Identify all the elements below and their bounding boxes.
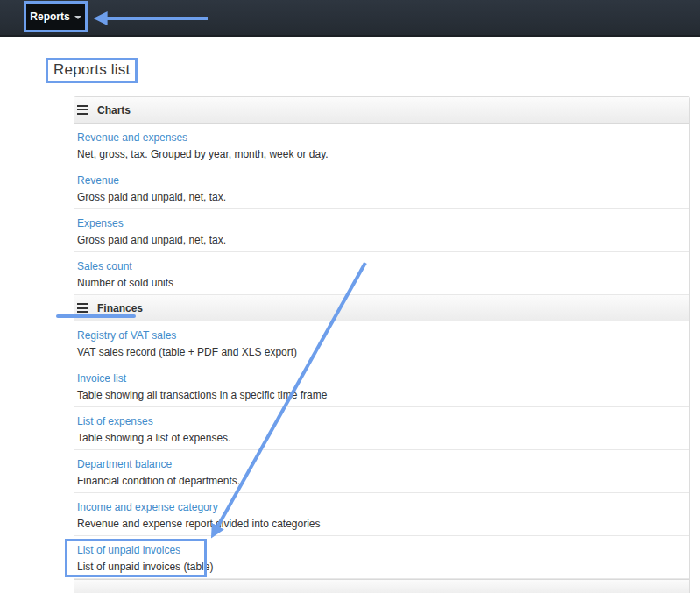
report-description: Financial condition of departments.: [77, 473, 687, 490]
chevron-down-icon: [74, 16, 81, 19]
report-link[interactable]: Revenue: [77, 173, 119, 189]
report-list-item: Invoice list Table showing all transacti…: [74, 364, 689, 407]
report-link[interactable]: Sales count: [77, 258, 132, 275]
report-link[interactable]: Invoice list: [77, 371, 126, 387]
report-list-item: Income and expense category Revenue and …: [74, 493, 689, 536]
top-navbar: Reports: [0, 0, 700, 37]
report-description: Number of sold units: [77, 275, 687, 292]
report-link[interactable]: Department balance: [77, 456, 172, 473]
report-list-item: Revenue Gross paid and unpaid, net, tax.: [74, 166, 689, 209]
page-title: Reports list: [53, 61, 130, 79]
hamburger-icon: [77, 105, 88, 115]
report-description: VAT sales record (table + PDF and XLS ex…: [77, 344, 687, 361]
report-link[interactable]: List of expenses: [77, 413, 153, 430]
report-description: Table showing a list of expenses.: [77, 430, 687, 447]
reports-list-panel: Charts Revenue and expenses Net, gross, …: [74, 96, 690, 593]
hamburger-icon: [77, 303, 88, 313]
report-list-item: Sales count Number of sold units: [74, 252, 689, 295]
section-header-charts[interactable]: Charts: [74, 97, 689, 124]
report-list-item: Registry of VAT sales VAT sales record (…: [74, 321, 689, 364]
report-description: Revenue and expense report divided into …: [77, 516, 687, 533]
report-link[interactable]: Expenses: [77, 215, 124, 232]
section-header-finances[interactable]: Finances: [74, 295, 689, 321]
report-description: Net, gross, tax. Grouped by year, month,…: [77, 146, 687, 163]
reports-menu-button[interactable]: Reports: [24, 1, 88, 32]
section-header-label: Charts: [97, 104, 131, 116]
report-description: List of unpaid invoices (table): [77, 559, 687, 575]
section-header-partial: [74, 579, 689, 593]
finances-underline-annotation: [56, 314, 136, 318]
report-link[interactable]: Income and expense category: [77, 499, 218, 516]
report-list-item: List of unpaid invoices List of unpaid i…: [74, 536, 689, 579]
reports-menu-label: Reports: [30, 11, 69, 23]
report-list-item: Department balance Financial condition o…: [74, 450, 689, 493]
page-title-annotation-box: Reports list: [46, 58, 138, 83]
report-link[interactable]: List of unpaid invoices: [77, 542, 180, 559]
report-description: Table showing all transactions in a spec…: [77, 387, 687, 404]
report-link[interactable]: Revenue and expenses: [77, 130, 187, 146]
report-description: Gross paid and unpaid, net, tax.: [77, 232, 687, 249]
report-link[interactable]: Registry of VAT sales: [77, 328, 176, 344]
report-list-item: Revenue and expenses Net, gross, tax. Gr…: [74, 124, 689, 166]
report-description: Gross paid and unpaid, net, tax.: [77, 189, 687, 206]
section-header-label: Finances: [97, 302, 143, 314]
report-list-item: Expenses Gross paid and unpaid, net, tax…: [74, 209, 689, 252]
report-list-item: List of expenses Table showing a list of…: [74, 407, 689, 450]
